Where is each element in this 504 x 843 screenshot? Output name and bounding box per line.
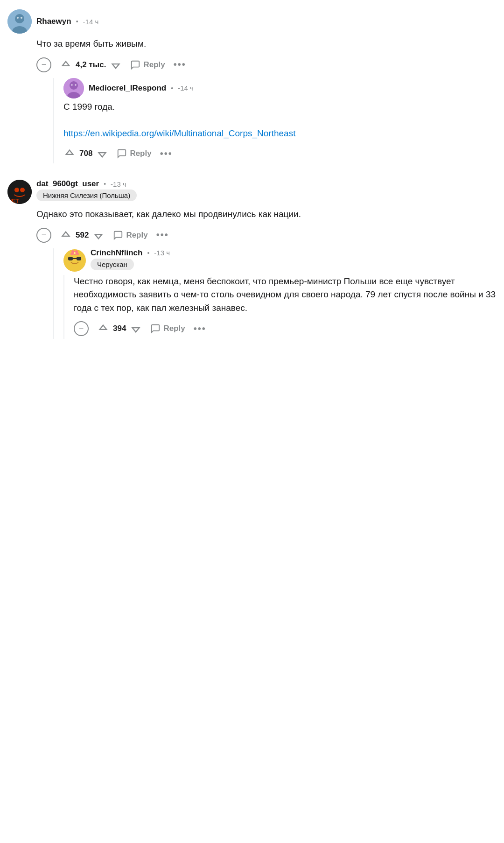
reply-label-mediocre: Reply [130,149,151,158]
reply-button-dat9600[interactable]: Reply [113,230,147,240]
comment-text-rhaewyn: Что за время быть живым. [36,37,497,51]
reply-button-mediocre[interactable]: Reply [117,148,151,159]
more-button-mediocre[interactable]: ••• [160,148,173,159]
svg-point-9 [75,84,77,86]
username-crinchnflinch: CrinchNflinch [91,248,142,258]
comment-text-dat9600: Однако это показывает, как далеко мы про… [36,208,497,221]
score-dat9600: 592 [76,231,89,240]
score-crinchnflinch: 394 [113,324,126,333]
reply-label-rhaewyn: Reply [143,60,165,70]
comment-rhaewyn: Rhaewyn • -14 ч Что за время быть живым.… [7,9,497,167]
svg-point-24 [71,250,74,253]
comment-thread: Rhaewyn • -14 ч Что за время быть живым.… [7,9,497,346]
timestamp-dat9600: -13 ч [111,180,126,188]
svg-rect-19 [73,258,77,259]
upvote-button-rhaewyn[interactable] [60,58,72,72]
comment-actions-rhaewyn: − 4,2 тыс. [36,57,497,72]
svg-rect-18 [77,257,81,260]
score-mediocre: 708 [79,149,92,158]
more-button-crinchnflinch[interactable]: ••• [194,323,206,334]
svg-rect-17 [68,257,73,260]
comment-text-mediocre: С 1999 года. https://en.wikipedia.org/wi… [63,100,497,140]
comment-dat9600: IET dat_9600gt_user • -13 ч Нижняя Силез… [7,179,497,343]
downvote-button-rhaewyn[interactable] [110,58,122,72]
upvote-button-crinchnflinch[interactable] [97,322,109,336]
downvote-button-crinchnflinch[interactable] [130,322,142,336]
comment-mediocre: Mediocrel_IRespond • -14 ч С 1999 года. … [63,78,497,164]
avatar-rhaewyn [7,9,32,34]
collapse-button-rhaewyn[interactable]: − [36,57,51,72]
nested-thread-mediocre: Mediocrel_IRespond • -14 ч С 1999 года. … [53,78,497,164]
comment-actions-dat9600: − 592 [36,228,497,243]
downvote-button-dat9600[interactable] [92,228,105,242]
svg-point-4 [21,17,22,19]
comment-actions-crinchnflinch: − 394 [74,321,497,336]
svg-point-12 [14,188,19,192]
svg-point-25 [75,250,78,253]
vote-group-mediocre: 708 [63,147,108,161]
svg-point-8 [71,84,73,86]
svg-point-21 [74,252,76,254]
svg-point-3 [17,17,19,19]
upvote-button-mediocre[interactable] [63,147,76,161]
timestamp-mediocre: -14 ч [178,84,194,92]
nested-thread-crinchnflinch: CrinchNflinch • -13 ч Черускан Честно го… [53,248,497,339]
comment-crinchnflinch: CrinchNflinch • -13 ч Черускан Честно го… [63,248,497,339]
comment-header-mediocre: Mediocrel_IRespond • -14 ч [63,78,497,98]
svg-text:IET: IET [10,198,19,204]
comment-content-rhaewyn: Что за время быть живым. − 4,2 тыс. [7,37,497,167]
more-button-dat9600[interactable]: ••• [156,230,169,240]
svg-point-13 [20,188,25,192]
comment-header-crinchnflinch: CrinchNflinch • -13 ч Черускан [63,248,497,273]
vote-group-dat9600: 592 [60,228,105,242]
comment-header-dat9600: IET dat_9600gt_user • -13 ч Нижняя Силез… [7,179,497,204]
vote-group-crinchnflinch: 394 [97,322,142,336]
comment-actions-mediocre: 708 Reply [63,147,497,161]
more-button-rhaewyn[interactable]: ••• [174,59,186,70]
comment-header-rhaewyn: Rhaewyn • -14 ч [7,9,497,34]
avatar-dat9600: IET [7,180,32,204]
username-rhaewyn: Rhaewyn [36,17,71,26]
score-rhaewyn: 4,2 тыс. [76,60,106,70]
comment-content-dat9600: Однако это показывает, как далеко мы про… [7,208,497,343]
vote-group-rhaewyn: 4,2 тыс. [60,58,122,72]
reply-button-rhaewyn[interactable]: Reply [130,60,165,70]
username-mediocre: Mediocrel_IRespond [89,84,166,93]
comment-text-crinchnflinch: Честно говоря, как немца, меня беспокоит… [74,275,497,315]
svg-point-1 [15,14,24,23]
avatar-crinchnflinch [63,249,86,272]
reply-label-crinchnflinch: Reply [163,324,185,333]
username-dat9600: dat_9600gt_user [36,179,99,189]
upvote-button-dat9600[interactable] [60,228,72,242]
avatar-mediocre [63,78,84,98]
svg-point-6 [70,81,78,90]
timestamp-rhaewyn: -14 ч [83,18,99,26]
downvote-button-mediocre[interactable] [96,147,108,161]
location-badge-crinchnflinch: Черускан [91,259,134,270]
timestamp-crinchnflinch: -13 ч [154,249,170,257]
collapse-button-crinchnflinch[interactable]: − [74,321,89,336]
location-badge-dat9600: Нижняя Силезия (Польша) [36,190,137,201]
wiki-link[interactable]: https://en.wikipedia.org/wiki/Multinatio… [63,128,295,138]
reply-button-crinchnflinch[interactable]: Reply [150,323,185,334]
reply-label-dat9600: Reply [126,231,147,240]
collapse-button-dat9600[interactable]: − [36,228,51,243]
